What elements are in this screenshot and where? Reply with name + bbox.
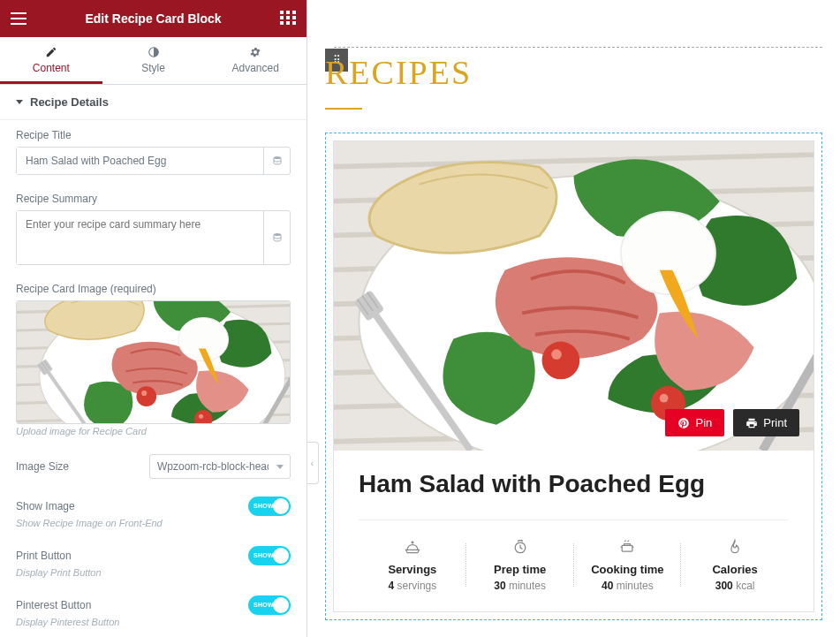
editor-sidebar: Edit Recipe Card Block Content Style Adv…	[0, 0, 307, 637]
stat-calories: Calories 300 kcal	[681, 538, 789, 592]
menu-icon[interactable]	[11, 11, 26, 27]
show-image-hint: Show Recipe Image on Front-End	[16, 518, 291, 528]
pinterest-button-hint: Display Pinterest Button	[16, 617, 291, 627]
field-print-button: Print Button Display Print Button	[0, 537, 306, 587]
flame-icon	[724, 538, 745, 556]
label-recipe-title: Recipe Title	[16, 129, 291, 141]
show-image-toggle[interactable]	[248, 497, 291, 516]
recipe-thumbnail	[17, 301, 290, 423]
clock-icon	[510, 538, 531, 556]
field-show-image: Show Image Show Recipe Image on Front-En…	[0, 488, 306, 537]
field-recipe-title: Recipe Title	[0, 120, 306, 184]
servings-icon	[402, 538, 423, 556]
field-image-size: Image Size Wpzoom-rcb-block-header	[0, 445, 306, 488]
tab-style[interactable]: Style	[102, 37, 205, 84]
recipe-title-input[interactable]	[17, 148, 263, 174]
sidebar-title: Edit Recipe Card Block	[26, 11, 280, 26]
dynamic-tag-button[interactable]	[263, 148, 290, 174]
recipe-card-widget[interactable]: Pin Print Ham Salad with Poached Egg Ser…	[325, 133, 822, 620]
print-icon	[745, 417, 758, 429]
dynamic-tag-button[interactable]	[263, 211, 290, 264]
section-boundary	[334, 47, 822, 48]
svg-point-24	[274, 156, 281, 159]
svg-point-35	[412, 542, 413, 543]
pot-icon	[617, 538, 638, 556]
image-hint: Upload image for Recipe Card	[16, 426, 291, 436]
stat-cooking-time: Cooking time 40 minutes	[574, 538, 682, 592]
sidebar-header: Edit Recipe Card Block	[0, 0, 306, 37]
field-recipe-summary: Recipe Summary	[0, 184, 306, 274]
recipe-card-body: Ham Salad with Poached Egg Servings 4 se…	[334, 451, 814, 611]
pin-button[interactable]: Pin	[665, 409, 724, 436]
pinterest-button-toggle[interactable]	[248, 595, 291, 615]
database-icon	[272, 155, 283, 167]
apps-icon[interactable]	[280, 11, 296, 27]
gear-icon	[249, 46, 261, 58]
stat-prep-time: Prep time 30 minutes	[466, 538, 574, 592]
print-button[interactable]: Print	[733, 409, 799, 436]
label-print-button: Print Button	[16, 550, 72, 562]
editor-tabs: Content Style Advanced	[0, 37, 306, 85]
database-icon	[272, 231, 283, 244]
page-heading: RECIPES	[325, 53, 472, 110]
pinterest-icon	[677, 417, 690, 429]
tab-content[interactable]: Content	[0, 37, 102, 84]
label-pinterest-button: Pinterest Button	[16, 599, 91, 611]
recipe-hero: Pin Print	[334, 141, 814, 451]
svg-point-25	[274, 233, 281, 236]
label-recipe-image: Recipe Card Image (required)	[16, 283, 291, 295]
hero-actions: Pin Print	[665, 409, 799, 436]
tab-advanced[interactable]: Advanced	[204, 37, 306, 84]
pencil-icon	[45, 46, 57, 58]
field-pinterest-button: Pinterest Button Display Pinterest Butto…	[0, 587, 306, 636]
contrast-icon	[148, 46, 160, 58]
recipe-card: Pin Print Ham Salad with Poached Egg Ser…	[333, 140, 814, 612]
editor-panel[interactable]: Recipe Details Recipe Title Recipe Summa…	[0, 85, 306, 637]
recipe-hero-image	[334, 141, 814, 451]
recipe-summary-input[interactable]	[17, 211, 263, 264]
recipe-stats: Servings 4 servings Prep time 30 minutes…	[359, 519, 789, 592]
recipe-image-picker[interactable]	[16, 300, 291, 424]
recipe-card-title: Ham Salad with Poached Egg	[359, 470, 789, 498]
label-image-size: Image Size	[16, 460, 69, 473]
collapse-sidebar-button[interactable]: ‹	[307, 442, 319, 484]
field-recipe-image: Recipe Card Image (required) Upload imag…	[0, 274, 306, 445]
print-button-toggle[interactable]	[248, 546, 291, 565]
svg-rect-37	[623, 545, 633, 551]
section-recipe-details[interactable]: Recipe Details	[0, 85, 306, 120]
print-button-hint: Display Print Button	[16, 567, 291, 578]
caret-down-icon	[16, 100, 23, 104]
stat-servings: Servings 4 servings	[359, 538, 466, 592]
label-show-image: Show Image	[16, 500, 75, 512]
image-size-select[interactable]: Wpzoom-rcb-block-header	[149, 454, 291, 479]
label-recipe-summary: Recipe Summary	[16, 193, 291, 205]
preview-area: ‹ ⠿ RECIPES Pin Print Ham Salad wi	[307, 0, 840, 637]
